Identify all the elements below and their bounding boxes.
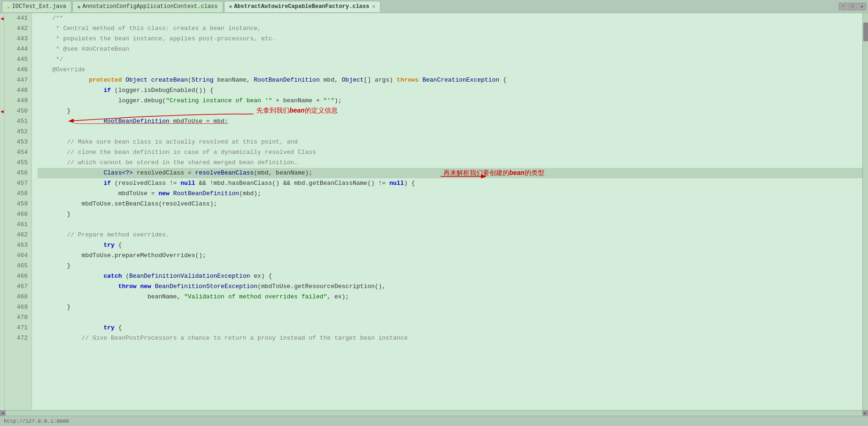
java-file-icon: ☕ [7, 4, 10, 10]
linenum-454: 454 [8, 147, 28, 158]
line-461-text [38, 220, 41, 230]
line-444-text: * @see #doCreateBean [38, 44, 129, 54]
code-line-441: /** [38, 13, 862, 23]
line-443-text: * populates the bean instance, applies p… [38, 34, 276, 44]
scrollbar-right[interactable] [862, 13, 868, 410]
scroll-right-button[interactable]: ▶ [862, 411, 868, 416]
close-window-button[interactable]: ✕ [858, 3, 866, 10]
linenum-448: 448 [8, 85, 28, 96]
line-452-text [38, 127, 41, 137]
code-line-444: * @see #doCreateBean [38, 44, 862, 54]
linenum-466: 466 [8, 271, 28, 281]
code-line-461 [38, 220, 862, 230]
linenum-446: 446 [8, 65, 28, 75]
tab-label-ioctest: IOCTest_Ext.java [12, 3, 66, 10]
class-file-icon-1: ◆ [78, 4, 81, 10]
line-453-text: // Make sure bean class is actually reso… [38, 137, 298, 147]
scrollbar-bottom[interactable]: ◀ ▶ [0, 410, 868, 416]
ide-window: ☕ IOCTest_Ext.java ◆ AnnotationConfigApp… [0, 0, 868, 426]
code-line-449: logger.debug("Creating instance of bean … [38, 96, 862, 106]
scrollbar-h-track[interactable] [6, 411, 862, 416]
linenum-464: 464 [8, 251, 28, 261]
code-line-462: // Prepare method overrides. [38, 230, 862, 240]
code-line-451: RootBeanDefinition mbdToUse = mbd; [38, 116, 862, 127]
scroll-left-button[interactable]: ◀ [0, 411, 6, 416]
line-454-text: // clone the bean definition in case of … [38, 147, 316, 158]
linenum-460: 460 [8, 209, 28, 220]
code-line-458: mbdToUse = new RootBeanDefinition(mbd); [38, 189, 862, 199]
linenum-455: 455 [8, 158, 28, 168]
linenum-449: 449 [8, 96, 28, 106]
linenum-444: 444 [8, 44, 28, 54]
linenum-451: 451 [8, 116, 28, 127]
linenum-458: 458 [8, 189, 28, 199]
linenum-469: 469 [8, 302, 28, 312]
tab-label-annotationconfig: AnnotationConfigApplicationContext.class [82, 3, 217, 10]
linenum-462: 462 [8, 230, 28, 240]
tab-close-button[interactable]: ✕ [372, 3, 375, 9]
code-line-463: try { [38, 240, 862, 251]
linenum-471: 471 [8, 323, 28, 333]
class-file-icon-2: ◆ [229, 3, 232, 9]
code-line-464: mbdToUse.prepareMethodOverrides(); [38, 251, 862, 261]
code-line-469: } [38, 302, 862, 312]
code-line-454: // clone the bean definition in case of … [38, 147, 862, 158]
linenum-465: 465 [8, 261, 28, 271]
line-459-text: mbdToUse.setBeanClass(resolvedClass); [38, 199, 217, 209]
gutter-mark-456: ◀ [0, 106, 4, 116]
line-442-text: * Central method of this class: creates … [38, 23, 261, 34]
tab-bar: ☕ IOCTest_Ext.java ◆ AnnotationConfigApp… [0, 0, 868, 13]
status-url: http://127.0.0.1:8080 [4, 418, 69, 424]
linenum-457: 457 [8, 178, 28, 189]
maximize-button[interactable]: □ [848, 3, 857, 10]
linenum-472: 472 [8, 333, 28, 343]
code-line-452 [38, 127, 862, 137]
code-line-453: // Make sure bean class is actually reso… [38, 137, 862, 147]
line-472-text: // Give BeanPostProcessors a chance to r… [38, 333, 408, 343]
linenum-463: 463 [8, 240, 28, 251]
code-line-472: // Give BeanPostProcessors a chance to r… [38, 333, 862, 343]
linenum-468: 468 [8, 292, 28, 302]
linenum-470: 470 [8, 312, 28, 323]
linenum-450: 450 [8, 106, 28, 116]
code-line-445: */ [38, 54, 862, 65]
code-line-470 [38, 312, 862, 323]
code-content[interactable]: /** * Central method of this class: crea… [32, 13, 862, 410]
minimize-button[interactable]: ─ [839, 3, 847, 10]
code-line-443: * populates the bean instance, applies p… [38, 34, 862, 44]
linenum-459: 459 [8, 199, 28, 209]
linenum-456: 456 [8, 168, 28, 178]
tab-ioctest[interactable]: ☕ IOCTest_Ext.java [2, 1, 71, 12]
linenum-443: 443 [8, 34, 28, 44]
linenum-445: 445 [8, 54, 28, 65]
gutter-mark-447: ◀ [0, 13, 4, 23]
line-464-text: mbdToUse.prepareMethodOverrides(); [38, 251, 206, 261]
code-area: ◀ ◀ 441 442 443 444 445 446 447 448 449 … [0, 13, 868, 410]
tab-annotationconfig[interactable]: ◆ AnnotationConfigApplicationContext.cla… [72, 1, 223, 12]
linenum-442: 442 [8, 23, 28, 34]
line-460-text: } [38, 209, 70, 220]
status-bar: http://127.0.0.1:8080 [0, 416, 868, 426]
window-controls: ─ □ ✕ [839, 3, 866, 10]
line-445-text: */ [38, 54, 63, 65]
tab-abstractautowire[interactable]: ◆ AbstractAutowireCapableBeanFactory.cla… [224, 1, 380, 12]
linenum-441: 441 [8, 13, 28, 23]
linenum-453: 453 [8, 137, 28, 147]
tab-label-abstractautowire: AbstractAutowireCapableBeanFactory.class [234, 3, 369, 10]
code-line-442: * Central method of this class: creates … [38, 23, 862, 34]
code-line-468: beanName, "Validation of method override… [38, 292, 862, 302]
left-gutter: ◀ ◀ [0, 13, 5, 410]
line-441-text: /** [38, 13, 63, 23]
linenum-452: 452 [8, 127, 28, 137]
line-469-text: } [38, 302, 70, 312]
code-line-459: mbdToUse.setBeanClass(resolvedClass); [38, 199, 862, 209]
linenum-467: 467 [8, 281, 28, 292]
line-numbers: 441 442 443 444 445 446 447 448 449 450 … [5, 13, 32, 410]
code-line-460: } [38, 209, 862, 220]
scrollbar-thumb[interactable] [863, 23, 868, 41]
code-line-471: try { [38, 323, 862, 333]
linenum-461: 461 [8, 220, 28, 230]
linenum-447: 447 [8, 75, 28, 85]
